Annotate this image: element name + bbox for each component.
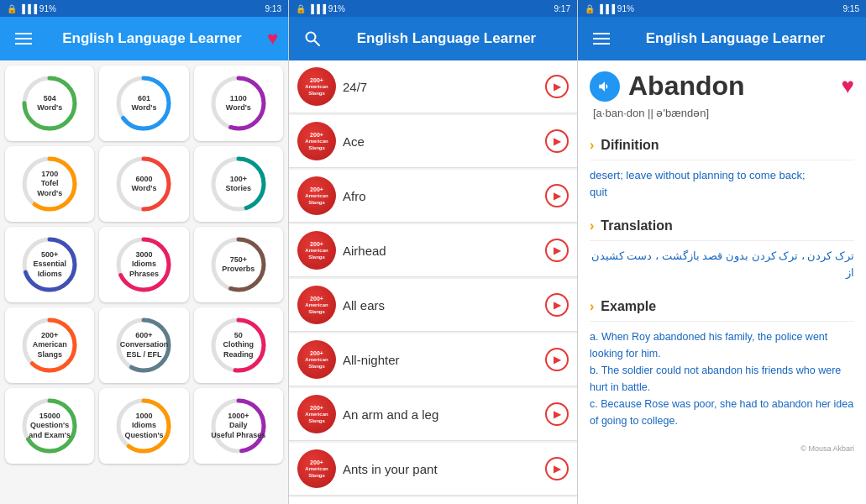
example-chevron: › xyxy=(590,299,594,314)
badge: 200+ American Slangs xyxy=(297,122,336,160)
grid-item-label: 504 Word's xyxy=(37,94,62,113)
speaker-icon[interactable] xyxy=(590,71,620,102)
search-icon[interactable] xyxy=(299,25,326,52)
grid-item[interactable]: 15000 Question's and Exam's xyxy=(5,388,94,464)
list-item[interactable]: 200+ American Slangs An arm and a leg ▶ xyxy=(289,388,577,441)
svg-rect-0 xyxy=(15,33,32,34)
grid-item-label: 100+ Stories xyxy=(226,175,252,194)
translation-section-header[interactable]: › Translation xyxy=(590,212,854,241)
list-item[interactable]: 200+ American Slangs Afro ▶ xyxy=(289,170,577,223)
grid-item[interactable]: 601 Word's xyxy=(99,66,188,141)
middle-app-title: English Language Learner xyxy=(326,30,567,47)
play-button[interactable]: ▶ xyxy=(545,129,569,153)
grid-item[interactable]: 600+ Conversation ESL / EFL xyxy=(99,307,188,383)
grid-item-label: 750+ Proverbs xyxy=(222,255,255,275)
badge: 200+ American Slangs xyxy=(297,286,336,324)
list-item[interactable]: 200+ American Slangs 24/7 ▶ xyxy=(289,60,577,113)
battery-text2: 91% xyxy=(328,4,345,13)
play-button[interactable]: ▶ xyxy=(545,184,569,207)
example-section-header[interactable]: › Example xyxy=(590,292,854,322)
phonetic-text: [a·ban·don || ə'bændən] xyxy=(593,107,854,119)
left-status-left: 🔒 ▐▐▐ 91% xyxy=(7,4,56,13)
definition-section-header[interactable]: › Difinition xyxy=(590,131,854,160)
badge: 200+ American Slangs xyxy=(297,340,336,379)
left-panel: 🔒 ▐▐▐ 91% 9:13 English Language Learner … xyxy=(0,0,289,504)
grid-item-label: 500+ Essential Idioms xyxy=(33,250,66,279)
list-item-label: Airhead xyxy=(343,244,538,258)
grid-item[interactable]: 200+ American Slangs xyxy=(5,307,94,383)
middle-status-bar: 🔒 ▐▐▐ 91% 9:17 xyxy=(289,0,577,17)
play-button[interactable]: ▶ xyxy=(545,293,569,317)
grid-item[interactable]: 6000 Word's xyxy=(99,146,188,222)
signal-icon: ▐▐▐ xyxy=(19,4,37,13)
grid-item-label: 600+ Conversation ESL / EFL xyxy=(120,331,169,360)
right-status-bar: 🔒 ▐▐▐ 91% 9:15 xyxy=(578,0,866,17)
list-item-label: Afro xyxy=(343,189,538,203)
example-title: Example xyxy=(601,299,656,314)
list-item-label: Ants in your pant xyxy=(343,462,538,476)
list-item[interactable]: 200+ American Slangs All ears ▶ xyxy=(289,279,577,332)
word-header: Abandon ♥ xyxy=(590,71,854,102)
definition-chevron: › xyxy=(590,138,594,153)
play-button[interactable]: ▶ xyxy=(545,457,569,480)
list-item[interactable]: 200+ American Slangs Ace ▶ xyxy=(289,115,577,168)
list-item[interactable]: 200+ American Slangs Ants in your pant ▶ xyxy=(289,443,577,496)
middle-list: 200+ American Slangs 24/7 ▶ 200+ America… xyxy=(289,60,577,504)
grid-item[interactable]: 100+ Stories xyxy=(194,146,283,222)
middle-status-left: 🔒 ▐▐▐ 91% xyxy=(296,4,345,13)
grid-item[interactable]: 750+ Proverbs xyxy=(194,227,283,302)
grid-item-label: 6000 Word's xyxy=(131,175,156,194)
grid-item[interactable]: 1700 Tofel Word's xyxy=(5,146,94,222)
battery-text3: 91% xyxy=(617,4,634,13)
play-button[interactable]: ▶ xyxy=(545,239,569,262)
grid-item-label: 3000 Idioms Phrases xyxy=(129,250,159,279)
grid-item-label: 1000+ Daily Useful Phrases xyxy=(211,412,265,440)
list-item-label: All-nighter xyxy=(343,353,538,367)
svg-rect-51 xyxy=(593,38,610,39)
svg-rect-52 xyxy=(593,43,610,45)
grid-item[interactable]: 1100 Word's xyxy=(194,66,283,141)
grid-item[interactable]: 500+ Essential Idioms xyxy=(5,227,94,302)
right-panel: 🔒 ▐▐▐ 91% 9:15 English Language Learner … xyxy=(578,0,866,504)
grid-item-label: 15000 Question's and Exam's xyxy=(29,412,71,440)
left-time: 9:13 xyxy=(265,4,281,13)
middle-panel: 🔒 ▐▐▐ 91% 9:17 English Language Learner … xyxy=(289,0,578,504)
grid-item[interactable]: 50 Clothing Reading xyxy=(194,307,283,383)
right-time: 9:15 xyxy=(843,4,859,13)
translation-text: ترک کردن ، ترک کردن بدون قصد بازگشت ، دس… xyxy=(590,248,854,281)
left-app-bar: English Language Learner ♥ xyxy=(0,17,288,60)
play-button[interactable]: ▶ xyxy=(545,402,569,426)
battery-text: 91% xyxy=(39,4,56,13)
play-button[interactable]: ▶ xyxy=(545,348,569,371)
signal-icon2: ▐▐▐ xyxy=(308,4,326,13)
right-content: Abandon ♥ [a·ban·don || ə'bændən] › Difi… xyxy=(578,60,866,504)
list-item[interactable]: 200+ American Slangs Armpit ▶ xyxy=(289,497,577,504)
grid-item-label: 200+ American Slangs xyxy=(33,331,67,360)
list-item[interactable]: 200+ American Slangs All-nighter ▶ xyxy=(289,333,577,386)
grid-item[interactable]: 1000 Idioms Question's xyxy=(99,388,188,464)
grid-item[interactable]: 504 Word's xyxy=(5,66,94,141)
right-app-bar: English Language Learner xyxy=(578,17,866,60)
right-status-left: 🔒 ▐▐▐ 91% xyxy=(585,4,634,13)
right-menu-icon[interactable] xyxy=(588,25,615,52)
grid-item[interactable]: 3000 Idioms Phrases xyxy=(99,227,188,302)
word-title: Abandon xyxy=(628,71,833,102)
word-favorite-icon[interactable]: ♥ xyxy=(842,73,854,99)
lock-icon: 🔒 xyxy=(7,4,17,13)
left-favorite-icon[interactable]: ♥ xyxy=(267,28,278,50)
badge: 200+ American Slangs xyxy=(297,395,336,433)
middle-time: 9:17 xyxy=(554,4,570,13)
translation-title: Translation xyxy=(601,218,672,234)
definition-text: desert; leave without planning to come b… xyxy=(590,167,854,200)
list-item[interactable]: 200+ American Slangs Airhead ▶ xyxy=(289,224,577,277)
grid-item-label: 1000 Idioms Question's xyxy=(124,412,163,440)
left-menu-icon[interactable] xyxy=(10,25,37,52)
lock-icon3: 🔒 xyxy=(585,4,595,13)
list-item-label: Ace xyxy=(343,134,538,149)
svg-rect-50 xyxy=(593,33,610,34)
left-status-bar: 🔒 ▐▐▐ 91% 9:13 xyxy=(0,0,288,17)
play-button[interactable]: ▶ xyxy=(545,75,569,98)
badge: 200+ American Slangs xyxy=(297,176,336,215)
grid-item[interactable]: 1000+ Daily Useful Phrases xyxy=(194,388,283,464)
footer-text: © Mousa Akbari xyxy=(590,441,854,456)
